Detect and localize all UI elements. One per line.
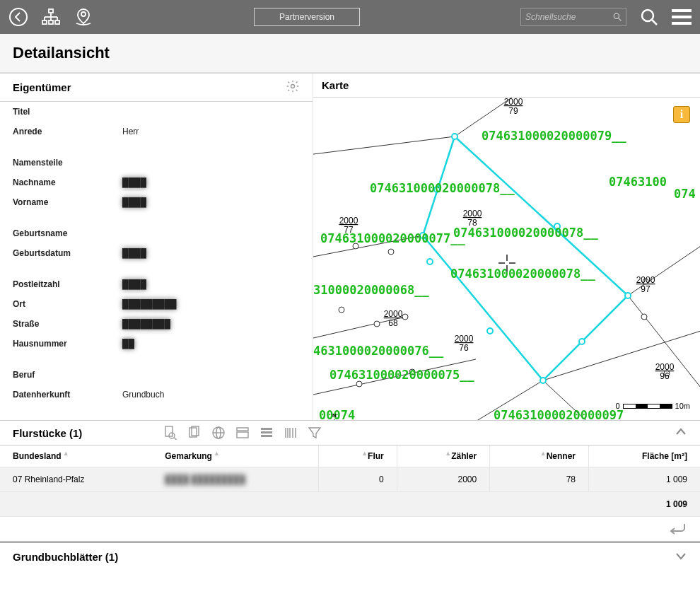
owner-heading: Eigentümer — [13, 81, 71, 93]
svg-line-81 — [174, 438, 177, 440]
rows-icon[interactable] — [259, 425, 274, 441]
svg-point-0 — [10, 8, 27, 25]
topbar: Partnerversion — [0, 0, 700, 34]
label-plz: Postleitzahl — [13, 279, 122, 289]
svg-rect-1 — [49, 9, 53, 13]
copy-icon[interactable] — [187, 425, 202, 441]
svg-text:07463100: 07463100 — [609, 175, 667, 189]
svg-point-37 — [452, 134, 457, 139]
value-nachname: ████ — [122, 177, 146, 187]
svg-point-32 — [356, 381, 362, 387]
label-geburtsdatum: Geburtsdatum — [13, 248, 122, 258]
total-row: 1 009 — [0, 492, 700, 517]
svg-text:96: 96 — [660, 371, 670, 381]
grundbuch-title: Grundbuchblätter (1) — [13, 551, 118, 563]
svg-text:074631000020000078__: 074631000020000078__ — [370, 181, 515, 195]
doc-search-icon[interactable] — [163, 425, 178, 441]
svg-marker-77 — [331, 419, 338, 420]
map-info-button[interactable]: i — [673, 106, 690, 123]
svg-text:074631000020000078__: 074631000020000078__ — [453, 226, 598, 240]
svg-line-12 — [619, 18, 622, 21]
col-nenner[interactable]: ▲Nenner — [490, 446, 589, 467]
label-nachname: Nachname — [13, 177, 122, 187]
owner-panel: Eigentümer Titel AnredeHerr Namensteile … — [0, 74, 313, 420]
value-datenherkunft: Grundbuch — [122, 390, 164, 400]
svg-text:68: 68 — [388, 318, 398, 328]
map-heading: Karte — [313, 74, 700, 98]
svg-point-29 — [339, 307, 344, 313]
svg-text:074: 074 — [674, 187, 696, 201]
svg-point-28 — [388, 249, 394, 255]
svg-text:4631000020000076__: 4631000020000076__ — [313, 344, 444, 358]
layout-icon[interactable] — [235, 425, 250, 441]
svg-point-35 — [641, 314, 647, 320]
location-icon[interactable] — [74, 7, 93, 27]
value-strasse: ████████ — [122, 319, 170, 329]
svg-line-14 — [652, 20, 657, 25]
svg-point-13 — [642, 10, 653, 21]
back-button[interactable] — [8, 7, 28, 27]
label-beruf: Beruf — [13, 370, 122, 380]
svg-text:074631000020000075__: 074631000020000075__ — [329, 368, 474, 382]
menu-icon[interactable] — [672, 9, 692, 25]
svg-rect-88 — [237, 432, 248, 438]
svg-point-31 — [402, 314, 408, 320]
label-titel: Titel — [13, 107, 122, 117]
svg-point-40 — [427, 259, 433, 264]
flurstuecke-table: Bundesland▲ Gemarkung▲ ▲Flur ▲Zähler ▲Ne… — [0, 446, 700, 517]
version-button[interactable]: Partnerversion — [254, 8, 360, 26]
svg-point-10 — [81, 12, 86, 16]
globe-icon[interactable] — [211, 425, 226, 441]
table-row[interactable]: 07 Rheinland-Pfalz ████ █████████ 0 2000… — [0, 467, 700, 492]
svg-text:2000: 2000 — [655, 362, 675, 372]
search-input[interactable] — [525, 12, 609, 22]
gear-icon[interactable] — [286, 79, 300, 95]
page-title: Detailansicht — [0, 34, 700, 73]
label-ort: Ort — [13, 299, 122, 309]
svg-point-43 — [579, 339, 585, 344]
col-bundesland[interactable]: Bundesland▲ — [0, 446, 152, 467]
value-ort: █████████ — [122, 299, 177, 309]
svg-point-30 — [374, 321, 380, 327]
col-gemarkung[interactable]: Gemarkung▲ — [152, 446, 319, 467]
expand-icon[interactable] — [675, 549, 687, 564]
svg-rect-90 — [261, 431, 272, 433]
label-anrede: Anrede — [13, 127, 122, 136]
search-icon — [613, 12, 622, 22]
svg-text:2000: 2000 — [636, 275, 655, 285]
value-hausnummer: ██ — [122, 339, 134, 349]
value-vorname: ████ — [122, 197, 146, 207]
value-geburtsdatum: ████ — [122, 248, 146, 258]
map-panel: Karte — [313, 74, 700, 420]
svg-text:79: 79 — [508, 106, 518, 116]
scalebar: 0 10m — [615, 402, 690, 410]
svg-text:2000: 2000 — [455, 334, 474, 344]
value-anrede: Herr — [122, 127, 139, 136]
label-datenherkunft: Datenherkunft — [13, 390, 122, 400]
col-flaeche[interactable]: Fläche [m²] — [589, 446, 700, 467]
svg-rect-7 — [42, 21, 47, 24]
return-icon[interactable] — [667, 521, 687, 537]
svg-rect-9 — [55, 21, 59, 24]
svg-point-41 — [487, 328, 493, 334]
sitemap-icon[interactable] — [41, 7, 61, 27]
svg-point-44 — [625, 293, 631, 298]
quick-search[interactable] — [520, 8, 626, 26]
col-flur[interactable]: ▲Flur — [319, 446, 397, 467]
collapse-icon[interactable] — [675, 426, 687, 441]
svg-text:76: 76 — [459, 343, 469, 353]
col-zaehler[interactable]: ▲Zähler — [397, 446, 489, 467]
flurstuecke-header: Flurstücke (1) — [0, 420, 700, 446]
value-plz: ████ — [122, 279, 146, 289]
svg-rect-87 — [237, 428, 248, 431]
map-canvas[interactable]: 2000792000772000782000682000762000972000… — [313, 98, 700, 420]
barcode-icon[interactable] — [283, 425, 298, 441]
svg-point-15 — [291, 85, 295, 88]
search-large-icon[interactable] — [639, 7, 659, 27]
svg-point-42 — [540, 378, 546, 383]
svg-rect-91 — [261, 435, 272, 437]
svg-text:2000: 2000 — [339, 216, 358, 226]
svg-text:97: 97 — [641, 284, 651, 294]
filter-icon[interactable] — [307, 425, 322, 441]
grundbuch-header: Grundbuchblätter (1) — [0, 542, 700, 564]
